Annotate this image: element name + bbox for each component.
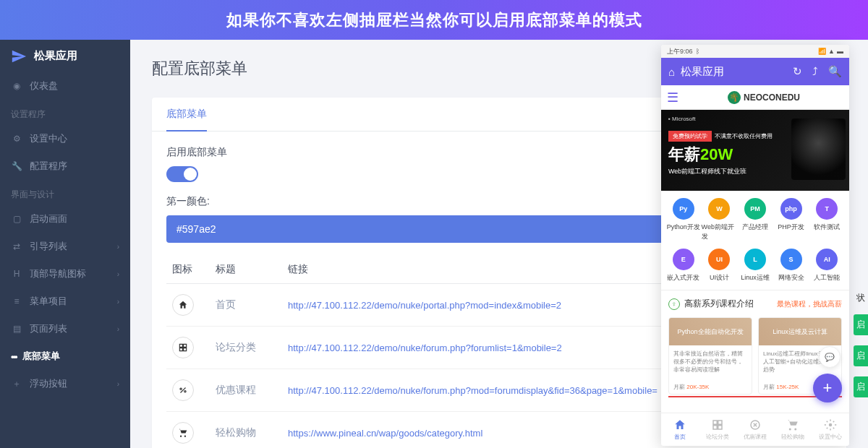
svg-point-1 (829, 423, 833, 427)
signal-icon: 📶 (818, 48, 826, 55)
category-cell[interactable]: phpPHP开发 (773, 198, 809, 241)
row-title: 论坛分类 (210, 327, 282, 369)
nav-item-2[interactable]: 优惠课程 (736, 413, 774, 446)
phone-time: 上午9:06 (667, 47, 693, 56)
chevron-right-icon: › (117, 270, 119, 278)
sidebar-item-config-program[interactable]: 🔧配置程序 (0, 152, 130, 180)
sidebar-item-menu-project[interactable]: ≡菜单项目› (0, 288, 130, 315)
sidebar-item-bottom-menu[interactable]: 底部菜单 (0, 343, 130, 370)
category-icon: T (816, 198, 838, 220)
sidebar-item-guide-list[interactable]: ⇄引导列表› (0, 233, 130, 260)
phone-appbar: ⌂ 松果应用 ↻⤴🔍 (661, 58, 849, 85)
nav-item-3[interactable]: 轻松购物 (774, 413, 812, 446)
right-edge-tags: 状 启 启 启 (854, 288, 868, 397)
nav-item-4[interactable]: 设置中心 (812, 413, 849, 446)
section-header: ♀ 高薪系列课程介绍 最热课程，挑战高薪 (661, 290, 849, 317)
sidebar-label: 引导列表 (30, 240, 67, 253)
sidebar-label: 启动画面 (30, 212, 67, 225)
category-icon: S (780, 249, 802, 270)
sidebar-section-ui: 界面与设计 (0, 180, 130, 205)
palm-icon: 🌴 (728, 91, 741, 104)
sidebar-item-float-button[interactable]: ＋浮动按钮› (0, 370, 130, 397)
sidebar-item-splash[interactable]: ▢启动画面 (0, 205, 130, 233)
home-icon[interactable]: ⌂ (668, 66, 675, 78)
grid-icon[interactable] (172, 337, 194, 358)
sidebar-label: 配置程序 (30, 160, 67, 173)
category-cell[interactable]: UIUI设计 (702, 249, 738, 283)
brand-logo[interactable]: 🌴NEOCONEDU (684, 91, 843, 104)
nav-icon (673, 418, 686, 431)
search-icon[interactable]: 🔍 (828, 65, 842, 78)
launch-tag[interactable]: 启 (854, 376, 868, 397)
app-logo[interactable]: 松果应用 (0, 40, 130, 72)
row-link[interactable]: http://47.100.112.22/demo/nuke/portal.ph… (288, 300, 561, 311)
add-fab[interactable]: + (813, 374, 842, 402)
cart-icon[interactable] (172, 422, 194, 444)
chevron-right-icon: › (117, 380, 119, 388)
category-name: Web前端开发 (702, 223, 738, 241)
sidebar-item-dashboard[interactable]: ◉仪表盘 (0, 72, 130, 100)
enable-toggle[interactable] (166, 166, 198, 182)
category-cell[interactable]: LLinux运维 (737, 249, 773, 283)
row-link[interactable]: http://47.100.112.22/demo/nuke/forum.php… (288, 343, 562, 353)
category-icon: W (708, 198, 730, 220)
list-icon: ⇄ (11, 241, 22, 251)
sliders-icon: ⚙ (11, 134, 22, 144)
category-cell[interactable]: S网络安全 (773, 249, 809, 283)
home-icon[interactable] (172, 294, 194, 316)
category-cell[interactable]: WWeb前端开发 (702, 198, 738, 241)
course-card[interactable]: Python全能自动化开发其非常接近自然语言，精简很多不必要的分号和括号，非常容… (668, 317, 752, 395)
card-label: 月薪 (763, 384, 775, 390)
category-icon: UI (708, 249, 730, 270)
sidebar-label: 浮动按钮 (30, 377, 67, 390)
sidebar-label: 顶部导航图标 (30, 267, 86, 280)
chat-fab[interactable]: 💬 (819, 346, 841, 368)
sidebar-item-page-list[interactable]: ▤页面列表› (0, 315, 130, 343)
category-cell[interactable]: E嵌入式开发 (665, 249, 702, 283)
sidebar-item-settings-center[interactable]: ⚙设置中心 (0, 125, 130, 152)
promo-banner: 如果你不喜欢左侧抽屉栏当然你可以启用底部菜单的模式 (0, 0, 868, 40)
sidebar-item-top-nav-icon[interactable]: H顶部导航图标› (0, 260, 130, 288)
status-label: 状 (854, 288, 868, 304)
nav-item-0[interactable]: 首页 (661, 413, 699, 446)
phone-preview: 上午9:06ᛒ📶▲▬ ⌂ 松果应用 ↻⤴🔍 ☰ 🌴NEOCONEDU ▪ Mic… (661, 45, 849, 446)
th-icon: 图标 (166, 256, 210, 284)
card-price: 20K-35K (686, 384, 709, 390)
row-link[interactable]: http://47.100.112.22/demo/nuke/forum.php… (288, 385, 658, 396)
nav-icon (711, 418, 724, 431)
plus-icon: ＋ (11, 378, 22, 390)
row-title: 优惠课程 (210, 369, 282, 412)
card-title: Python全能自动化开发 (669, 318, 752, 345)
hero-tag: 免费预约试学 (668, 131, 712, 142)
category-icon: PM (744, 198, 766, 220)
category-icon: Py (673, 198, 694, 220)
paper-plane-icon (11, 48, 27, 64)
row-title: 轻松购物 (210, 412, 282, 449)
th-title: 标题 (210, 256, 282, 284)
bulb-icon: ♀ (668, 298, 680, 310)
nav-icon (749, 418, 762, 431)
category-cell[interactable]: PM产品经理 (737, 198, 773, 241)
launch-tag[interactable]: 启 (854, 345, 868, 366)
hamburger-icon[interactable]: ☰ (667, 90, 678, 105)
category-cell[interactable]: PyPython开发 (665, 198, 702, 241)
category-cell[interactable]: T软件测试 (809, 198, 845, 241)
share-icon[interactable]: ⤴ (812, 65, 818, 78)
category-name: 人工智能 (814, 273, 840, 283)
sidebar-label: 菜单项目 (30, 295, 67, 308)
phone-bottom-nav: 首页论坛分类优惠课程轻松购物设置中心 (661, 413, 849, 446)
phone-hero[interactable]: ▪ Microsoft 免费预约试学不满意不收取任何费用 年薪20W Web前端… (661, 110, 849, 191)
category-name: UI设计 (710, 273, 729, 283)
row-link[interactable]: https://www.pineal.cn/wap/goods/category… (288, 428, 482, 439)
nav-item-1[interactable]: 论坛分类 (699, 413, 736, 446)
wifi-icon: ▲ (828, 48, 835, 55)
category-name: PHP开发 (778, 223, 804, 232)
category-grid: PyPython开发WWeb前端开发PM产品经理phpPHP开发T软件测试E嵌入… (661, 191, 849, 290)
refresh-icon[interactable]: ↻ (793, 65, 802, 78)
launch-tag[interactable]: 启 (854, 314, 868, 335)
section-hot[interactable]: 最热课程，挑战高薪 (777, 299, 842, 309)
pages-icon: ▤ (11, 324, 22, 334)
category-cell[interactable]: AI人工智能 (809, 249, 845, 283)
percent-icon[interactable] (172, 379, 194, 401)
card-label: 月薪 (673, 384, 685, 390)
